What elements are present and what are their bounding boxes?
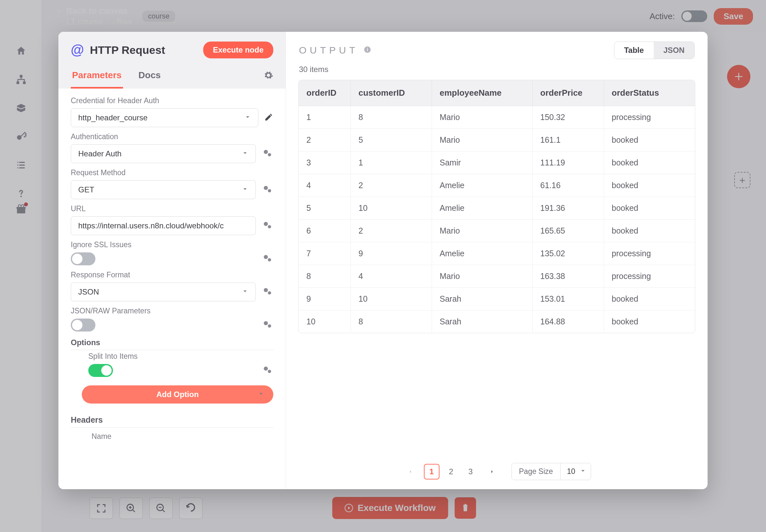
credential-label: Credential for Header Auth: [71, 96, 273, 105]
svg-point-15: [268, 153, 271, 156]
table-row[interactable]: 108Sarah164.88booked: [298, 310, 695, 333]
help-icon[interactable]: [16, 188, 27, 199]
svg-point-22: [264, 288, 268, 292]
split-into-items-toggle[interactable]: [88, 364, 113, 377]
param-options-icon[interactable]: [261, 148, 273, 159]
param-options-icon[interactable]: [261, 286, 273, 297]
param-options-icon[interactable]: [261, 253, 273, 264]
table-cell: 4: [298, 174, 350, 197]
column-header[interactable]: employeeName: [432, 80, 532, 106]
table-cell: booked: [604, 288, 695, 310]
tab-parameters[interactable]: Parameters: [71, 65, 123, 89]
zoom-in-button[interactable]: [119, 498, 143, 519]
back-to-canvas-link[interactable]: Back to canvas: [55, 6, 132, 16]
svg-point-30: [367, 48, 368, 49]
table-row[interactable]: 31Samir111.19booked: [298, 151, 695, 174]
svg-point-8: [20, 196, 22, 197]
fit-view-button[interactable]: [90, 498, 113, 519]
column-header[interactable]: orderStatus: [604, 80, 695, 106]
headers-section-label: Headers: [71, 415, 273, 428]
column-header[interactable]: orderID: [298, 80, 350, 106]
param-options-icon[interactable]: [261, 320, 273, 331]
column-header[interactable]: customerID: [350, 80, 432, 106]
http-icon: @: [71, 42, 84, 58]
key-icon[interactable]: [16, 131, 27, 142]
request-method-select[interactable]: GET: [71, 180, 256, 199]
table-cell: 2: [350, 174, 432, 197]
output-tab-table[interactable]: Table: [614, 42, 654, 59]
param-options-icon[interactable]: [261, 365, 273, 376]
table-cell: 10: [298, 310, 350, 333]
delete-button[interactable]: [455, 497, 476, 519]
edit-credential-icon[interactable]: [264, 113, 273, 123]
url-input[interactable]: [71, 216, 256, 235]
active-toggle[interactable]: [681, 10, 707, 22]
chevron-down-icon: [244, 113, 251, 122]
table-row[interactable]: 84Mario163.38processing: [298, 265, 695, 288]
output-tab-json[interactable]: JSON: [654, 42, 694, 59]
response-format-label: Response Format: [71, 271, 273, 279]
workflow-tag[interactable]: course: [142, 11, 175, 22]
table-cell: 8: [350, 106, 432, 129]
table-row[interactable]: 25Mario161.1booked: [298, 129, 695, 151]
next-page-button[interactable]: [484, 464, 500, 479]
table-cell: 8: [298, 265, 350, 288]
authentication-select[interactable]: Header Auth: [71, 144, 256, 163]
table-row[interactable]: 510Amelie191.36booked: [298, 197, 695, 220]
node-parameters-panel: @ HTTP Request Execute node Parameters D…: [58, 32, 286, 489]
table-cell: booked: [604, 220, 695, 242]
node-settings-icon[interactable]: [263, 70, 273, 80]
request-method-label: Request Method: [71, 168, 273, 177]
sidebar: [0, 0, 42, 532]
home-icon[interactable]: [16, 45, 27, 56]
table-cell: 5: [350, 129, 432, 151]
zoom-out-button[interactable]: [149, 498, 173, 519]
prev-page-button[interactable]: [403, 464, 418, 479]
ignore-ssl-toggle[interactable]: [71, 252, 95, 265]
credential-select[interactable]: http_header_course: [71, 108, 258, 127]
output-info-icon[interactable]: [363, 46, 371, 55]
box-icon[interactable]: [16, 103, 27, 114]
chevron-down-icon: [242, 149, 248, 158]
table-cell: Amelie: [432, 174, 532, 197]
node-output-panel: OUTPUT Table JSON 30 items orderIDcustom…: [286, 32, 708, 489]
table-row[interactable]: 62Mario165.65booked: [298, 220, 695, 242]
table-row[interactable]: 910Sarah153.01booked: [298, 288, 695, 310]
column-header[interactable]: orderPrice: [532, 80, 604, 106]
response-format-select[interactable]: JSON: [71, 283, 256, 301]
add-node-fab[interactable]: [727, 65, 750, 88]
page-number-1[interactable]: 1: [424, 464, 440, 479]
table-cell: Amelie: [432, 197, 532, 220]
save-button[interactable]: Save: [714, 8, 753, 25]
page-size-select[interactable]: 10: [561, 463, 591, 480]
table-cell: 2: [350, 220, 432, 242]
options-section-label: Options: [71, 338, 273, 350]
workflows-icon[interactable]: [16, 74, 27, 85]
tab-docs[interactable]: Docs: [137, 65, 162, 89]
execute-node-button[interactable]: Execute node: [203, 42, 273, 58]
svg-point-25: [268, 324, 271, 328]
table-cell: booked: [604, 197, 695, 220]
page-number-2[interactable]: 2: [444, 464, 459, 479]
add-option-button[interactable]: Add Option: [82, 385, 273, 404]
table-row[interactable]: 18Mario150.32processing: [298, 106, 695, 129]
canvas-add-placeholder[interactable]: ＋: [734, 172, 750, 188]
page-number-3[interactable]: 3: [463, 464, 479, 479]
param-options-icon[interactable]: [261, 184, 273, 195]
table-row[interactable]: 79Amelie135.02processing: [298, 242, 695, 265]
ignore-ssl-label: Ignore SSL Issues: [71, 240, 273, 249]
svg-point-14: [264, 150, 268, 154]
json-raw-toggle[interactable]: [71, 319, 95, 332]
param-options-icon[interactable]: [261, 220, 273, 231]
top-bar: Back to canvas L1 course -…flow course A…: [42, 0, 766, 32]
chevron-down-icon: [242, 185, 248, 194]
table-row[interactable]: 42Amelie61.16booked: [298, 174, 695, 197]
undo-button[interactable]: [179, 498, 202, 519]
table-cell: 2: [298, 129, 350, 151]
table-cell: booked: [604, 129, 695, 151]
execute-workflow-button[interactable]: Execute Workflow: [332, 497, 448, 519]
table-cell: 9: [298, 288, 350, 310]
svg-point-17: [268, 189, 271, 192]
executions-icon[interactable]: [16, 160, 27, 171]
url-input-field[interactable]: [78, 221, 248, 230]
